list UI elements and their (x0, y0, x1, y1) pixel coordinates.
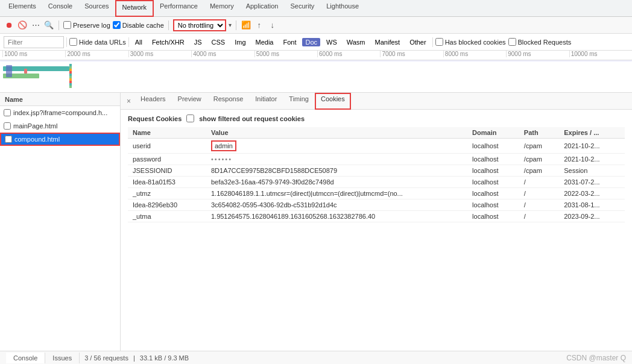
cell-utmz-domain: localhost (467, 188, 519, 199)
table-row-utmz: _utmz 1.1628046189.1.1.utmcsr=(direct)|u… (128, 188, 625, 199)
detail-content: Request Cookies show filtered out reques… (121, 110, 632, 351)
show-filtered-label: show filtered out request cookies (199, 115, 305, 122)
cell-idea2-path: / (519, 199, 559, 211)
has-blocked-cookies-input[interactable] (435, 38, 443, 46)
cell-idea2-value: 3c654082-0595-4306-92db-c531b92d1d4c (206, 199, 467, 211)
waterfall-zone (0, 60, 632, 93)
cell-utmz-value: 1.1628046189.1.1.utmcsr=(direct)|utmccn=… (206, 188, 467, 199)
filter-button[interactable]: ⋯ (30, 20, 41, 31)
table-row-jsessionid: JSESSIONID 8D1A7CCE9975B28CBFD1588DCE508… (128, 165, 625, 177)
cell-userid-expires: 2021-10-2... (559, 139, 625, 154)
file-item-0[interactable]: index.jsp?iframe=compound.h... (0, 106, 120, 119)
tab-security[interactable]: Security (284, 0, 320, 17)
upload-icon[interactable]: ↑ (254, 20, 265, 31)
tick-4: 5000 ms (254, 51, 317, 57)
cell-idea1-path: / (519, 177, 559, 188)
bottom-tab-issues[interactable]: Issues (45, 353, 80, 363)
detail-tab-response[interactable]: Response (207, 93, 250, 110)
filter-media[interactable]: Media (252, 37, 277, 47)
tab-console[interactable]: Console (42, 0, 78, 17)
filter-doc[interactable]: Doc (302, 38, 320, 46)
detail-tabs: × Headers Preview Response Initiator Tim… (121, 93, 632, 110)
detail-tab-timing[interactable]: Timing (283, 93, 315, 110)
tab-sources[interactable]: Sources (78, 0, 115, 17)
timeline-ruler: 1000 ms 2000 ms 3000 ms 4000 ms 5000 ms … (0, 51, 632, 60)
preserve-log-label: Preserve log (73, 22, 110, 29)
tab-application[interactable]: Application (240, 0, 285, 17)
requests-count: 3 / 56 requests (84, 354, 128, 362)
request-cookies-header: Request Cookies show filtered out reques… (128, 115, 625, 122)
toolbar-separator-2 (168, 20, 169, 30)
hide-data-urls-checkbox[interactable]: Hide data URLs (69, 38, 126, 46)
cell-password-domain: localhost (467, 154, 519, 165)
table-row-password: password •••••• localhost /cpam 2021-10-… (128, 154, 625, 165)
col-name: Name (128, 127, 206, 139)
filter-css[interactable]: CSS (208, 37, 229, 47)
wifi-icon[interactable]: 📶 (241, 20, 251, 31)
detail-tab-initiator[interactable]: Initiator (249, 93, 283, 110)
detail-close-button[interactable]: × (123, 96, 134, 107)
clear-button[interactable]: 🚫 (17, 20, 28, 31)
filter-bar: Hide data URLs All Fetch/XHR JS CSS Img … (0, 34, 632, 51)
blocked-requests-label: Blocked Requests (518, 39, 572, 46)
filter-img[interactable]: Img (231, 37, 249, 47)
hide-data-urls-label: Hide data URLs (79, 39, 126, 46)
cell-utma-expires: 2023-09-2... (559, 211, 625, 222)
cell-utma-name: _utma (128, 211, 206, 222)
cell-password-value: •••••• (206, 154, 467, 165)
filter-other[interactable]: Other (406, 37, 430, 47)
disable-cache-input[interactable] (113, 21, 121, 29)
record-button[interactable]: ⏺ (4, 20, 14, 31)
hide-data-urls-input[interactable] (69, 38, 77, 46)
file-item-2-name: compound.html (14, 136, 60, 143)
file-item-2-checkbox[interactable] (5, 136, 12, 143)
filter-input[interactable] (4, 36, 64, 48)
filter-wasm[interactable]: Wasm (343, 37, 369, 47)
tab-performance[interactable]: Performance (154, 0, 204, 17)
cell-utmz-expires: 2022-03-2... (559, 188, 625, 199)
bottom-tab-console[interactable]: Console (6, 353, 45, 363)
detail-tab-cookies[interactable]: Cookies (315, 93, 351, 110)
detail-tab-preview[interactable]: Preview (172, 93, 207, 110)
filter-fetch-xhr[interactable]: Fetch/XHR (148, 37, 188, 47)
tab-network[interactable]: Network (115, 0, 154, 17)
filter-font[interactable]: Font (279, 37, 300, 47)
cell-jsessionid-expires: Session (559, 165, 625, 177)
filter-js[interactable]: JS (191, 37, 206, 47)
file-item-0-checkbox[interactable] (4, 109, 11, 116)
status-bar: Console Issues 3 / 56 requests | 33.1 kB… (0, 351, 632, 364)
filter-manifest[interactable]: Manifest (371, 37, 404, 47)
download-icon[interactable]: ↓ (267, 20, 278, 31)
filter-all[interactable]: All (131, 37, 146, 47)
preserve-log-input[interactable] (63, 21, 71, 29)
throttle-select[interactable]: No throttling Fast 3G Slow 3G Offline (173, 19, 226, 31)
wf-bar-3 (6, 65, 12, 77)
file-item-0-name: index.jsp?iframe=compound.h... (13, 109, 107, 116)
cookies-table-body: userid userid admin localhost /cpam 2021… (128, 139, 625, 222)
left-panel: Name index.jsp?iframe=compound.h... main… (0, 93, 121, 351)
blocked-requests-checkbox[interactable]: Blocked Requests (508, 38, 572, 46)
has-blocked-cookies-checkbox[interactable]: Has blocked cookies (435, 38, 506, 46)
file-item-1-checkbox[interactable] (4, 122, 11, 130)
cell-password-name: password (128, 154, 206, 165)
preserve-log-checkbox[interactable]: Preserve log (63, 21, 110, 29)
tab-memory[interactable]: Memory (204, 0, 240, 17)
disable-cache-checkbox[interactable]: Disable cache (113, 21, 164, 29)
bottom-tabs: Console Issues (6, 353, 80, 363)
tab-lighthouse[interactable]: Lighthouse (320, 0, 365, 17)
right-panel: × Headers Preview Response Initiator Tim… (121, 93, 632, 351)
network-toolbar: ⏺ 🚫 ⋯ 🔍 Preserve log Disable cache No th… (0, 17, 632, 34)
cookies-table-header-row: Name Value Domain Path Expires / ... (128, 127, 625, 139)
show-filtered-checkbox[interactable] (186, 115, 194, 122)
blocked-requests-input[interactable] (508, 38, 516, 46)
tab-elements[interactable]: Elements (2, 0, 42, 17)
file-item-1[interactable]: mainPage.html (0, 119, 120, 133)
file-item-compound[interactable]: compound.html (0, 133, 120, 146)
filter-ws[interactable]: WS (323, 37, 341, 47)
wf-bar-1 (3, 66, 69, 71)
cookies-table-head: Name Value Domain Path Expires / ... (128, 127, 625, 139)
watermark-text: CSDN @master Q (566, 354, 626, 362)
search-button[interactable]: 🔍 (43, 20, 54, 31)
detail-tab-headers[interactable]: Headers (134, 93, 172, 110)
cell-idea2-expires: 2031-08-1... (559, 199, 625, 211)
